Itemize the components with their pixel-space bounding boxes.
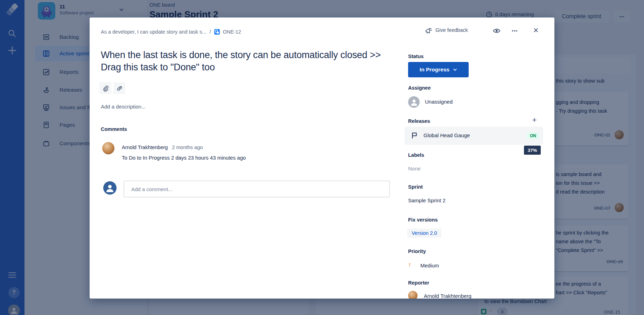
labels-value[interactable]: None [408, 166, 421, 172]
sprint-value[interactable]: Sample Sprint 2 [408, 197, 446, 203]
give-feedback-button[interactable]: Give feedback [435, 27, 468, 33]
labels-label: Labels [408, 152, 424, 158]
breadcrumb-separator: / [209, 29, 211, 35]
reporter-label: Reporter [408, 280, 429, 286]
add-description-area[interactable]: Add a description... [101, 104, 146, 110]
releases-label: Releases [408, 118, 430, 124]
priority-medium-icon: ↑ [408, 261, 412, 269]
breadcrumb-parent-link[interactable]: As a developer, I can update story and t… [101, 29, 206, 35]
add-release-button[interactable]: + [530, 115, 539, 125]
link-button[interactable] [113, 82, 125, 94]
breadcrumb: As a developer, I can update story and t… [101, 29, 241, 35]
assignee-value[interactable]: Unassigned [425, 99, 453, 105]
unassigned-avatar [408, 96, 420, 108]
status-dropdown-button[interactable]: In Progress [408, 62, 469, 77]
breadcrumb-issue-key-link[interactable]: ONE-12 [223, 29, 241, 35]
release-on-badge: ON [527, 132, 539, 139]
priority-label: Priority [408, 248, 426, 254]
megaphone-icon [423, 25, 433, 36]
fix-version-link[interactable]: Version 2.0 [407, 229, 441, 238]
screen: ? 11 Software project Backlog [0, 0, 644, 315]
comment-body: To Do to In Progress 2 days 23 hours 43 … [122, 155, 246, 161]
add-comment-input[interactable] [124, 181, 390, 197]
assignee-label: Assignee [408, 85, 430, 91]
watch-eye-icon[interactable] [491, 25, 503, 36]
reporter-value: Arnold Trakhtenberg [424, 293, 471, 299]
attach-button[interactable] [99, 82, 111, 94]
priority-value[interactable]: Medium [420, 262, 439, 268]
comment-author: Arnold Trakhtenberg [122, 145, 168, 150]
subtask-type-icon [214, 29, 220, 35]
comment-meta: Arnold Trakhtenberg 2 months ago [122, 145, 203, 150]
status-label: Status [408, 54, 424, 59]
flag-icon [411, 132, 418, 139]
chevron-down-icon [453, 68, 457, 71]
close-icon[interactable]: × [530, 24, 542, 36]
sprint-label: Sprint [408, 184, 423, 190]
modal-more-button[interactable]: ••• [509, 25, 521, 36]
comment-timestamp: 2 months ago [172, 145, 203, 150]
release-progress-badge: 37% [524, 146, 541, 155]
current-user-avatar [103, 181, 117, 195]
fix-versions-label: Fix versions [408, 217, 438, 223]
link-icon [116, 85, 123, 92]
paperclip-icon [102, 85, 109, 92]
release-name: Global Head Gauge [424, 132, 470, 138]
issue-detail-modal: As a developer, I can update story and t… [90, 18, 554, 299]
issue-title[interactable]: When the last task is done, the story ca… [101, 49, 388, 74]
status-value: In Progress [420, 66, 449, 73]
comment-author-avatar [102, 142, 114, 154]
comments-heading: Comments [101, 126, 127, 132]
reporter-avatar [408, 291, 418, 299]
release-row[interactable]: Global Head Gauge ON [405, 127, 543, 145]
